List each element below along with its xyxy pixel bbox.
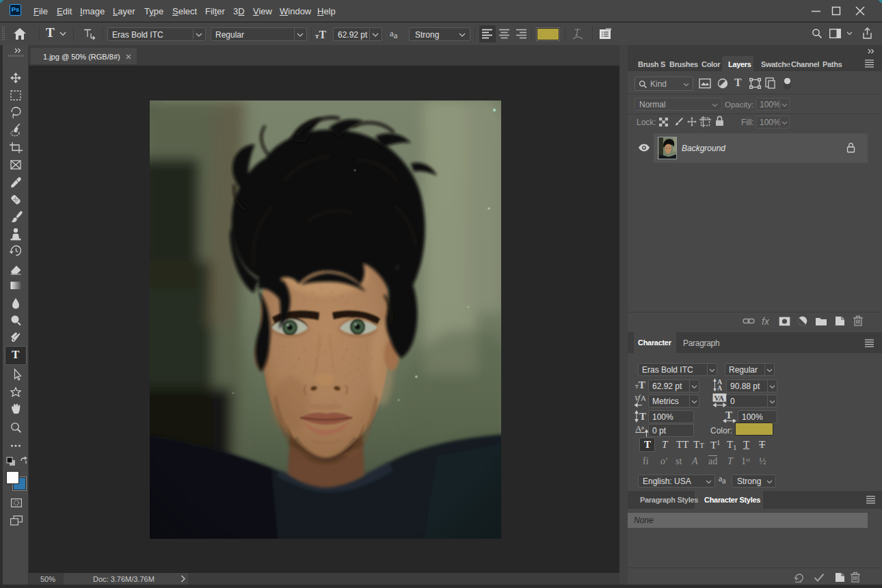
svg-text:T: T xyxy=(639,411,646,422)
svg-text:VA: VA xyxy=(714,394,725,402)
svg-text:A: A xyxy=(717,384,723,392)
svg-text:A: A xyxy=(641,394,646,402)
svg-text:a: a xyxy=(641,424,644,431)
svg-text:T: T xyxy=(725,410,732,420)
